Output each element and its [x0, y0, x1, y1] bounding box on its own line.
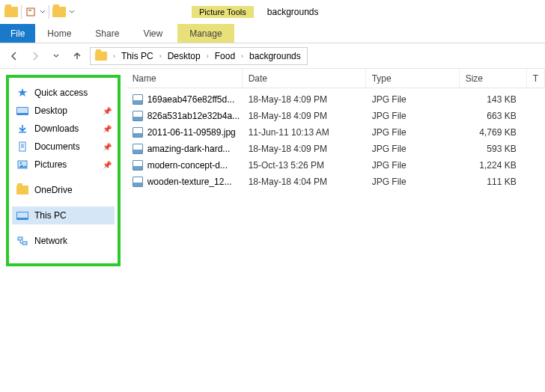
monitor-icon — [16, 105, 28, 117]
file-date: 15-Oct-13 5:26 PM — [243, 160, 366, 171]
file-row[interactable]: wooden-texture_12... 18-May-18 4:04 PM J… — [127, 174, 545, 190]
breadcrumb-segment[interactable]: backgrounds — [248, 51, 302, 61]
file-name: modern-concept-d... — [147, 160, 228, 171]
file-row[interactable]: 826a531ab12e32b4a... 18-May-18 4:09 PM J… — [127, 108, 545, 124]
recent-locations-dropdown[interactable] — [48, 48, 64, 64]
sidebar-item-label: Desktop — [34, 105, 67, 116]
svg-rect-0 — [27, 8, 34, 16]
open-folder-icon[interactable] — [52, 7, 66, 17]
pin-icon: 📌 — [103, 125, 112, 133]
column-header-name[interactable]: Name — [127, 69, 243, 88]
download-icon — [16, 123, 28, 135]
document-icon — [16, 141, 28, 153]
sidebar-item-this-pc[interactable]: This PC — [12, 206, 115, 224]
network-icon — [16, 235, 28, 247]
file-row[interactable]: 169aeab476e82ff5d... 18-May-18 4:09 PM J… — [127, 91, 545, 108]
breadcrumb-segment[interactable]: Food — [213, 51, 237, 61]
file-type: JPG File — [366, 127, 460, 138]
sidebar-item-onedrive[interactable]: OneDrive — [12, 181, 115, 199]
chevron-right-icon[interactable]: › — [240, 52, 245, 60]
chevron-right-icon[interactable]: › — [205, 52, 210, 60]
file-date: 11-Jun-11 10:13 AM — [243, 127, 366, 138]
file-date: 18-May-18 4:09 PM — [243, 144, 366, 154]
app-folder-icon — [4, 7, 18, 17]
file-row[interactable]: 2011-06-11-09589.jpg 11-Jun-11 10:13 AM … — [127, 124, 545, 141]
forward-button[interactable] — [27, 48, 43, 64]
ribbon-tabs: File Home Share View Manage — [0, 24, 545, 43]
star-icon — [16, 87, 28, 99]
breadcrumb-segment[interactable]: This PC — [120, 51, 155, 61]
pin-icon: 📌 — [103, 161, 112, 169]
file-size: 1,224 KB — [460, 160, 527, 171]
column-headers: Name Date Type Size T — [127, 69, 545, 88]
column-header-size[interactable]: Size — [460, 69, 527, 88]
back-button[interactable] — [6, 48, 22, 64]
chevron-right-icon[interactable]: › — [158, 52, 163, 60]
column-header-truncated[interactable]: T — [527, 69, 545, 88]
tab-manage[interactable]: Manage — [177, 24, 234, 43]
navigation-bar: › This PC › Desktop › Food › backgrounds — [0, 43, 545, 69]
sidebar-item-downloads[interactable]: Downloads 📌 — [12, 120, 115, 138]
navigation-pane: Quick access Desktop 📌 Downloads 📌 — [6, 75, 121, 266]
file-size: 4,769 KB — [460, 127, 527, 138]
navigation-pane-wrap: Quick access Desktop 📌 Downloads 📌 — [0, 69, 127, 392]
file-list-pane: Name Date Type Size T 169aeab476e82ff5d.… — [127, 69, 545, 392]
column-header-type[interactable]: Type — [366, 69, 460, 88]
address-bar[interactable]: › This PC › Desktop › Food › backgrounds — [90, 47, 308, 65]
sidebar-item-label: Quick access — [34, 88, 88, 98]
sidebar-item-label: Network — [34, 236, 67, 246]
jpg-file-icon — [133, 160, 143, 171]
file-row[interactable]: modern-concept-d... 15-Oct-13 5:26 PM JP… — [127, 157, 545, 174]
main-area: Quick access Desktop 📌 Downloads 📌 — [0, 69, 545, 392]
titlebar: Picture Tools backgrounds — [0, 0, 545, 24]
sidebar-item-label: Documents — [34, 141, 80, 152]
file-size: 593 KB — [460, 144, 527, 154]
sidebar-item-label: Downloads — [34, 123, 79, 134]
file-date: 18-May-18 4:04 PM — [243, 177, 366, 187]
pin-icon: 📌 — [103, 107, 112, 115]
tab-share[interactable]: Share — [83, 24, 131, 43]
jpg-file-icon — [133, 177, 143, 187]
up-button[interactable] — [69, 48, 85, 64]
contextual-tools-label: Picture Tools — [192, 6, 254, 18]
sidebar-item-desktop[interactable]: Desktop 📌 — [12, 102, 115, 120]
monitor-icon — [16, 209, 28, 221]
file-type: JPG File — [366, 160, 460, 171]
file-type: JPG File — [366, 111, 460, 121]
qat-dropdown-icon[interactable] — [40, 9, 46, 15]
jpg-file-icon — [133, 144, 143, 154]
file-size: 663 KB — [460, 111, 527, 121]
file-name: 826a531ab12e32b4a... — [147, 111, 240, 121]
properties-icon[interactable] — [25, 6, 37, 18]
chevron-right-icon[interactable]: › — [112, 52, 117, 60]
tab-view[interactable]: View — [131, 24, 174, 43]
breadcrumb-segment[interactable]: Desktop — [166, 51, 202, 61]
svg-point-8 — [20, 162, 22, 164]
jpg-file-icon — [133, 111, 143, 121]
svg-rect-2 — [19, 132, 26, 133]
separator — [49, 5, 49, 19]
file-row[interactable]: amazing-dark-hard... 18-May-18 4:09 PM J… — [127, 141, 545, 157]
column-header-date[interactable]: Date — [243, 69, 366, 88]
file-date: 18-May-18 4:09 PM — [243, 111, 366, 121]
separator — [21, 5, 22, 19]
window-title: backgrounds — [267, 7, 319, 17]
sidebar-quick-access[interactable]: Quick access — [12, 84, 115, 102]
file-tab[interactable]: File — [0, 24, 35, 43]
sidebar-item-documents[interactable]: Documents 📌 — [12, 138, 115, 156]
tab-home[interactable]: Home — [35, 24, 83, 43]
file-size: 111 KB — [460, 177, 527, 187]
svg-rect-10 — [22, 242, 27, 245]
qat-dropdown-icon[interactable] — [69, 9, 75, 15]
svg-rect-9 — [18, 237, 22, 240]
file-name: 2011-06-11-09589.jpg — [147, 127, 236, 138]
jpg-file-icon — [133, 94, 143, 105]
quick-access-toolbar — [0, 5, 79, 19]
svg-rect-3 — [19, 142, 25, 151]
file-name: amazing-dark-hard... — [147, 144, 231, 154]
sidebar-item-label: Pictures — [34, 159, 67, 170]
address-folder-icon — [95, 52, 107, 61]
sidebar-item-pictures[interactable]: Pictures 📌 — [12, 156, 115, 174]
sidebar-item-network[interactable]: Network — [12, 232, 115, 250]
svg-rect-1 — [28, 10, 31, 11]
